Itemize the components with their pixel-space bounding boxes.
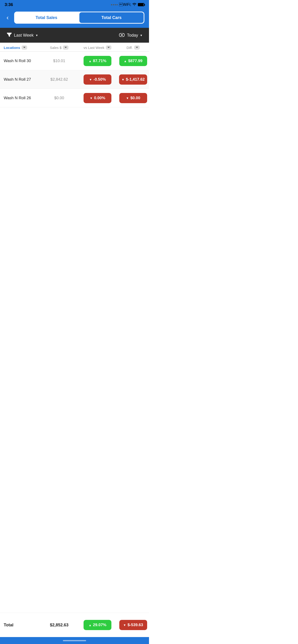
table-row: Wash N Roll 26 $0.00 0.00% $0.00 [0, 89, 149, 107]
tab-total-sales[interactable]: Total Sales [14, 12, 79, 24]
status-bar: 3:36 WiFi; [0, 0, 149, 9]
row3-sales: $0.00 [41, 92, 78, 104]
back-button[interactable]: ‹ [5, 14, 11, 22]
filter-date-label: Today [127, 33, 138, 38]
status-icons: WiFi; [111, 2, 144, 7]
data-table: Locations Sales $ vs Last Week Diff. Was… [0, 43, 149, 107]
filter-period-chevron: ▾ [36, 34, 38, 37]
row3-location: Wash N Roll 26 [0, 92, 41, 104]
eye-icon [119, 33, 125, 38]
filter-icon [7, 33, 12, 38]
row2-diff-badge: $-1,417.62 [119, 74, 147, 84]
row2-diff: $-1,417.62 [117, 71, 149, 88]
table-row: Wash N Roll 27 $2,842.62 -0.50% $-1,417.… [0, 70, 149, 89]
filter-period-label: Last Week [14, 33, 34, 38]
table-header: Locations Sales $ vs Last Week Diff. [0, 43, 149, 52]
filter-period[interactable]: Last Week ▾ [7, 33, 38, 38]
down-arrow-icon [89, 77, 92, 82]
filter-date-chevron: ▾ [140, 34, 142, 37]
up-arrow-icon [89, 59, 92, 63]
signal-icon [111, 4, 118, 5]
locations-sort-badge[interactable] [22, 46, 27, 50]
col-diff[interactable]: Diff. [117, 46, 149, 50]
down-arrow-icon [121, 77, 124, 82]
row2-sales: $2,842.62 [41, 74, 78, 85]
row1-sales: $10.01 [41, 56, 78, 66]
table-row: Wash N Roll 30 $10.01 87.71% $877.99 [0, 52, 149, 70]
svg-point-2 [121, 34, 122, 36]
header: ‹ Total Sales Total Cars [0, 9, 149, 28]
row3-diff-badge: $0.00 [119, 93, 147, 103]
row3-vs-badge: 0.00% [84, 93, 111, 103]
filter-date[interactable]: Today ▾ [119, 33, 142, 38]
row1-diff: $877.99 [117, 52, 149, 69]
up-arrow-icon [124, 59, 127, 63]
row1-location: Wash N Roll 30 [0, 56, 41, 66]
col-sales[interactable]: Sales $ [41, 46, 78, 50]
col-locations[interactable]: Locations [0, 46, 41, 50]
row1-vs-last-week: 87.71% [78, 52, 117, 69]
down-arrow-icon [126, 96, 129, 100]
tab-total-cars[interactable]: Total Cars [79, 12, 144, 23]
row1-diff-badge: $877.99 [119, 56, 147, 66]
wifi-icon: WiFi; [119, 2, 136, 7]
battery-icon [138, 3, 144, 6]
col-vs-last-week[interactable]: vs Last Week [78, 46, 117, 50]
row2-vs-last-week: -0.50% [78, 71, 117, 88]
row1-vs-badge: 87.71% [84, 56, 111, 66]
sales-sort-badge[interactable] [63, 46, 69, 50]
row3-diff: $0.00 [117, 90, 149, 106]
filter-bar: Last Week ▾ Today ▾ [0, 28, 149, 43]
row2-location: Wash N Roll 27 [0, 74, 41, 85]
down-arrow-icon [90, 96, 93, 100]
tab-toggle: Total Sales Total Cars [14, 12, 144, 24]
vs-last-week-sort-badge[interactable] [106, 46, 111, 50]
status-time: 3:36 [5, 2, 13, 7]
diff-sort-badge[interactable] [134, 46, 140, 50]
row3-vs-last-week: 0.00% [78, 90, 117, 106]
row2-vs-badge: -0.50% [84, 74, 111, 84]
